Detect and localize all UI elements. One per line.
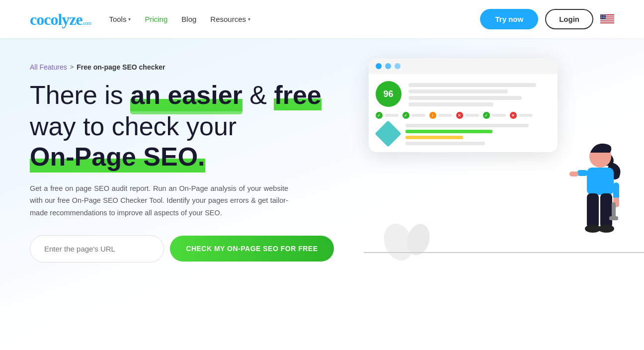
breadcrumb-all-features[interactable]: All Features [30, 63, 67, 71]
browser-dot-2 [385, 63, 391, 69]
line-4 [408, 102, 494, 106]
check-label-2 [411, 114, 425, 117]
title-part2: & [242, 81, 274, 109]
navbar-right: Try now Login ★ ★ ★ ★ ★ ★ ★ ★ [480, 9, 614, 29]
check-label-6 [519, 114, 533, 117]
check-item-1: ✓ [376, 112, 399, 119]
svg-text:★ ★ ★: ★ ★ ★ [601, 17, 606, 19]
tools-chevron: ▾ [128, 16, 131, 22]
url-form: CHECK MY ON-PAGE SEO FOR FREE [30, 235, 334, 262]
line-2 [408, 89, 508, 93]
breadcrumb-current: Free on-page SEO checker [77, 63, 165, 71]
hero-left: All Features > Free on-page SEO checker … [30, 63, 334, 262]
browser-mockup: 96 ✓ ✓ [369, 58, 558, 152]
hero-description: Get a free on page SEO audit report. Run… [30, 182, 288, 219]
title-part3: way to check your [30, 112, 237, 141]
nav-blog[interactable]: Blog [181, 15, 196, 23]
browser-dot-1 [376, 63, 382, 69]
svg-rect-5 [600, 23, 614, 24]
check-dot-green-3: ✓ [483, 112, 490, 119]
nav-resources[interactable]: Resources ▾ [210, 15, 250, 23]
try-now-button[interactable]: Try now [480, 9, 538, 29]
check-item-6: ✕ [510, 112, 533, 119]
mini-line-2 [405, 142, 485, 145]
browser-content: 96 ✓ ✓ [369, 74, 558, 152]
browser-bar [369, 58, 558, 74]
language-flag[interactable]: ★ ★ ★ ★ ★ ★ ★ ★ [600, 14, 614, 24]
svg-rect-4 [600, 21, 614, 22]
logo-text: cocolyze.com [30, 10, 91, 28]
girl-illustration [560, 138, 639, 277]
logo[interactable]: cocolyze.com [30, 11, 91, 27]
resources-label: Resources [210, 15, 246, 23]
check-dot-green-1: ✓ [376, 112, 383, 119]
login-button[interactable]: Login [545, 9, 593, 29]
svg-rect-19 [587, 193, 599, 228]
svg-rect-14 [587, 168, 614, 195]
check-label-4 [465, 114, 479, 117]
mini-line-orange [405, 136, 464, 139]
line-1 [408, 83, 536, 87]
check-item-2: ✓ [402, 112, 425, 119]
check-label-1 [385, 114, 399, 117]
score-row: 96 [376, 81, 551, 107]
svg-point-22 [598, 225, 614, 233]
breadcrumb: All Features > Free on-page SEO checker [30, 63, 334, 71]
mini-line-1 [405, 124, 529, 127]
check-dot-orange: ! [429, 112, 436, 119]
url-input[interactable] [30, 235, 164, 262]
navbar: cocolyze.com Tools ▾ Pricing Blog Resour… [0, 0, 644, 38]
svg-rect-17 [613, 182, 619, 200]
score-circle: 96 [376, 81, 402, 107]
hero-right: 96 ✓ ✓ [354, 58, 634, 267]
svg-rect-20 [600, 193, 612, 228]
leaf-decoration [384, 212, 443, 262]
hero-title: There is an easier & free way to check y… [30, 80, 334, 173]
check-seo-button[interactable]: CHECK MY ON-PAGE SEO FOR FREE [170, 236, 333, 262]
check-item-3: ! [429, 112, 452, 119]
svg-rect-24 [609, 216, 618, 220]
logo-com: .com [82, 20, 91, 26]
svg-rect-16 [569, 172, 578, 176]
check-dot-red-2: ✕ [510, 112, 517, 119]
title-part1: There is [30, 81, 130, 109]
check-item-4: ✕ [456, 112, 479, 119]
diamond-shape [375, 120, 402, 147]
diamond-container [376, 124, 401, 145]
navbar-left: cocolyze.com Tools ▾ Pricing Blog Resour… [30, 11, 250, 27]
resources-chevron: ▾ [248, 16, 250, 22]
title-highlight-easier: an easier [130, 80, 242, 111]
line-3 [408, 96, 522, 100]
mini-line-green [405, 130, 492, 133]
svg-rect-3 [600, 19, 614, 20]
svg-rect-15 [577, 170, 588, 176]
check-dot-red: ✕ [456, 112, 463, 119]
nav-links: Tools ▾ Pricing Blog Resources ▾ [109, 15, 250, 23]
tools-label: Tools [109, 15, 126, 23]
nav-pricing[interactable]: Pricing [145, 15, 167, 23]
title-highlight-free: free [274, 81, 321, 110]
pricing-label: Pricing [145, 15, 167, 23]
blog-label: Blog [181, 15, 196, 23]
check-label-5 [492, 114, 506, 117]
nav-tools[interactable]: Tools ▾ [109, 15, 131, 23]
check-item-5: ✓ [483, 112, 506, 119]
checks-row: ✓ ✓ ! ✕ ✓ [376, 112, 551, 119]
visual-row [376, 124, 551, 145]
browser-dot-3 [395, 63, 401, 69]
mini-lines [405, 124, 551, 145]
check-dot-green-2: ✓ [402, 112, 409, 119]
score-lines [408, 81, 551, 106]
hero-section: All Features > Free on-page SEO checker … [0, 38, 644, 277]
breadcrumb-separator: > [70, 63, 74, 71]
check-label-3 [438, 114, 452, 117]
title-onpage-seo: On-Page SEO. [30, 142, 205, 172]
